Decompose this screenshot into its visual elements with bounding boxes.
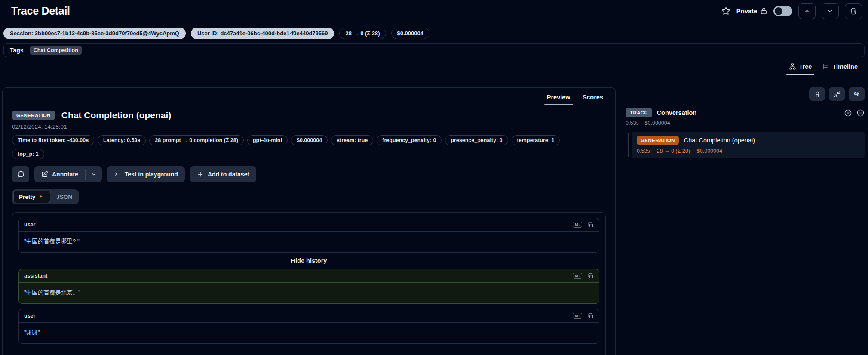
tab-timeline[interactable]: Timeline [817,63,863,75]
presence-penalty-pill: presence_penalty: 0 [445,135,508,145]
toggle-knob [775,7,782,15]
message-role: user [24,313,35,319]
time-to-first-token-pill: Time to first token: -430.00s [12,135,94,145]
scores-toggle-button[interactable] [809,87,825,101]
trash-icon [850,7,857,15]
copy-icon[interactable] [587,313,594,319]
trace-badge-row: Session: 3bb00ec7-1b13-4c9b-85ee-3d9d70f… [0,22,868,43]
trace-metrics: 0.53s $0.000004 [626,120,865,126]
message-assistant: assistant M↓ "中国的首都是北京。" [18,269,599,304]
format-toggle: Pretty JSON [12,189,79,204]
token-usage-pill: 28 prompt → 0 completion (Σ 28) [149,135,244,145]
latency-pill: Latency: 0.53s [98,135,146,145]
observation-latency: 0.53s [637,148,650,154]
page-title: Trace Detail [11,5,70,17]
message-role: user [24,222,35,228]
active-panel-tab-indicator [544,104,573,105]
top-p-pill: top_p: 1 [12,149,44,159]
generation-metadata-pills: Time to first token: -430.00s Latency: 0… [12,135,588,159]
tree-item-generation[interactable]: GENERATION Chat Completion (openai) 0.53… [632,132,865,158]
award-icon [814,91,821,98]
tree-panel-controls: % [626,87,865,101]
header-controls: Private [721,3,862,19]
delete-trace-button[interactable] [845,3,862,19]
user-id-badge[interactable]: User ID: dc47a41e-06bc-400d-bde1-f0e440d… [191,28,334,39]
lock-icon [760,7,767,15]
test-in-playground-button[interactable]: Test in playground [107,166,185,182]
terminal-icon [114,171,121,178]
content-area: Preview Scores GENERATION Chat Completio… [0,87,868,355]
next-trace-button[interactable] [822,3,839,19]
tree-indent-guide [628,133,629,157]
shrink-icon [834,91,840,98]
sparkles-icon [38,194,45,200]
privacy-control: Private [736,7,767,15]
observation-cost: $0.000004 [697,148,722,154]
message-user-1: user M↓ "中国的首都是哪里? " [18,218,599,253]
markdown-icon[interactable]: M↓ [573,222,582,228]
copy-icon[interactable] [587,222,594,228]
annotate-split-button: Annotate [34,166,102,182]
page-header: Trace Detail Private [0,0,868,22]
tag-chip[interactable]: Chat Competition [30,46,82,55]
comments-button[interactable] [12,166,29,182]
expand-all-icon[interactable] [844,109,852,117]
format-pretty-button[interactable]: Pretty [13,191,50,203]
message-content: "中国的首都是北京。" [19,283,599,303]
annotate-dropdown-button[interactable] [86,166,102,182]
cost-badge: $0.000004 [391,28,429,39]
message-header: assistant M↓ [19,269,599,283]
observation-metrics: 0.53s 28 → 0 (Σ 28) $0.000004 [637,148,859,154]
message-content: "谢谢" [19,323,599,343]
session-badge[interactable]: Session: 3bb00ec7-1b13-4c9b-85ee-3d9d70f… [3,28,186,39]
pretty-label: Pretty [19,194,35,200]
chevron-up-icon [804,8,810,15]
metrics-toggle-button[interactable]: % [849,87,865,101]
playground-label: Test in playground [125,171,178,178]
trace-tree-root[interactable]: TRACE Conversation [626,108,865,117]
add-to-dataset-label: Add to dataset [208,171,249,178]
tree-icon [789,63,796,70]
observation-title: Chat Completion (openai) [684,137,755,144]
message-user-2: user M↓ "谢谢" [18,309,599,344]
timeline-icon [822,63,829,70]
tab-preview[interactable]: Preview [541,90,577,105]
star-icon[interactable] [721,6,730,15]
format-json-button[interactable]: JSON [51,191,77,203]
privacy-toggle[interactable] [773,6,792,16]
add-to-dataset-button[interactable]: Add to dataset [190,166,256,182]
trace-name: Conversation [657,109,697,116]
message-header: user M↓ [19,218,599,232]
trace-cost: $0.000004 [645,120,670,126]
generation-type-badge: GENERATION [637,136,679,145]
hide-history-button[interactable]: Hide history [18,257,599,264]
annotate-label: Annotate [52,171,78,178]
generation-type-badge: GENERATION [12,111,55,120]
markdown-icon[interactable]: M↓ [573,273,582,279]
tab-tree[interactable]: Tree [784,63,817,75]
observation-detail-card: Preview Scores GENERATION Chat Completio… [2,87,616,355]
tab-tree-label: Tree [799,63,812,70]
model-pill: gpt-4o-mini [247,135,288,145]
tab-scores[interactable]: Scores [577,90,609,105]
collapse-all-icon[interactable] [856,109,865,117]
collapse-tree-button[interactable] [829,87,845,101]
previous-trace-button[interactable] [798,3,816,19]
comment-icon [17,171,25,178]
tags-container[interactable]: Tags Chat Competition [3,43,865,57]
tab-timeline-label: Timeline [832,63,858,70]
token-usage-badge: 28 → 0 (Σ 28) [339,28,386,39]
message-header: user M↓ [19,309,599,323]
frequency-penalty-pill: frequency_penalty: 0 [377,135,442,145]
temperature-pill: temperature: 1 [512,135,560,145]
generation-actions: Annotate Test in playground Add to datas… [12,166,606,182]
markdown-icon[interactable]: M↓ [573,313,582,319]
stream-pill: stream: true [331,135,373,145]
generation-header: GENERATION Chat Completion (openai) [12,110,606,120]
chevron-down-icon [91,171,97,177]
annotate-button[interactable]: Annotate [34,166,85,182]
message-content: "中国的首都是哪里? " [19,232,599,252]
active-tab-indicator [786,74,815,76]
trace-type-badge: TRACE [626,108,652,117]
copy-icon[interactable] [587,273,594,279]
